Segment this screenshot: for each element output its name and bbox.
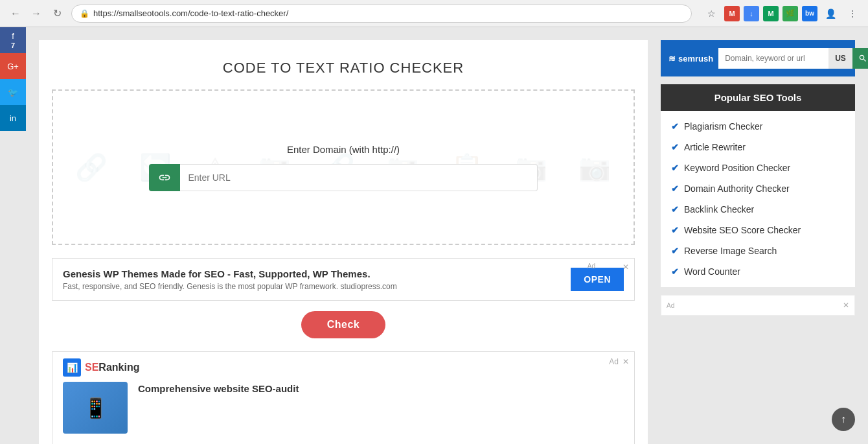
refresh-button[interactable]: ↻ <box>48 5 66 23</box>
se-ad-content: Comprehensive website SEO-audit <box>138 362 299 395</box>
seo-tool-item[interactable]: ✔Reverse Image Search <box>661 240 855 261</box>
se-ad-header: 📊 SERanking <box>63 358 139 377</box>
check-mark-icon: ✔ <box>671 246 679 256</box>
check-mark-icon: ✔ <box>671 204 679 215</box>
tool-name: Word Counter <box>684 266 740 277</box>
toolbar-icons: ☆ M ↓ M 🌿 bw 👤 ⋮ <box>702 5 862 23</box>
bg-icon-1: 🔗 <box>75 152 108 183</box>
seo-tool-item[interactable]: ✔Word Counter <box>661 261 855 282</box>
semrush-search-icon <box>858 54 867 63</box>
check-mark-icon: ✔ <box>671 183 679 194</box>
browser-chrome: ← → ↻ 🔒 https://smallseotools.com/code-t… <box>0 0 868 27</box>
tool-name: Article Rewriter <box>684 142 746 152</box>
ext-m2-icon[interactable]: M <box>763 6 779 21</box>
bookmark-icon[interactable]: ☆ <box>702 5 720 23</box>
ext-bw-icon[interactable]: bw <box>802 6 817 21</box>
se-ranking-ad: 📊 SERanking Ad ✕ 📱 Comprehensive website… <box>52 351 635 444</box>
semrush-logo-text: semrush <box>678 54 713 64</box>
tool-name: Plagiarism Checker <box>684 121 762 132</box>
google-share-button[interactable]: G+ <box>0 53 26 79</box>
se-text: SE <box>85 362 98 373</box>
se-ad-close-button[interactable]: Ad <box>609 357 619 366</box>
tool-name: Website SEO Score Checker <box>684 225 801 235</box>
ext-m-icon[interactable]: M <box>724 6 740 21</box>
page-title: CODE TO TEXT RATIO CHECKER <box>52 60 635 76</box>
semrush-logo-icon: ≋ <box>668 54 676 64</box>
address-bar[interactable]: 🔒 https://smallseotools.com/code-to-text… <box>71 5 692 23</box>
social-sidebar: f 7 G+ 🐦 in <box>0 27 26 131</box>
check-mark-icon: ✔ <box>671 225 679 235</box>
tool-name: Backlink Checker <box>684 204 754 215</box>
seo-tool-item[interactable]: ✔Backlink Checker <box>661 199 855 220</box>
url-text: https://smallseotools.com/code-to-text-r… <box>93 8 288 18</box>
ext-download-icon[interactable]: ↓ <box>744 6 759 21</box>
sidebar-ad: Ad ✕ <box>661 295 855 316</box>
facebook-share-button[interactable]: f 7 <box>0 27 26 53</box>
check-mark-icon: ✔ <box>671 121 679 132</box>
se-logo-text: SERanking <box>85 362 139 373</box>
twitter-share-button[interactable]: 🐦 <box>0 79 26 105</box>
link-icon <box>158 171 171 184</box>
ad-close-button[interactable]: ✕ <box>622 263 629 272</box>
menu-icon[interactable]: ⋮ <box>843 5 862 23</box>
google-icon: G+ <box>7 62 19 71</box>
se-logo-icon: 📊 <box>63 358 81 377</box>
twitter-icon: 🐦 <box>8 88 18 97</box>
semrush-logo: ≋ semrush <box>668 54 713 64</box>
nav-buttons: ← → ↻ <box>6 5 66 23</box>
linkedin-share-button[interactable]: in <box>0 105 26 131</box>
ad-open-button[interactable]: OPEN <box>571 268 624 291</box>
semrush-widget: ≋ semrush US <box>661 40 855 76</box>
seo-tool-item[interactable]: ✔Website SEO Score Checker <box>661 220 855 240</box>
forward-button[interactable]: → <box>27 5 45 23</box>
content-area: CODE TO TEXT RATIO CHECKER 🔗 🔄 ⚠ 📷 🔗 📷 📋… <box>26 27 868 444</box>
sidebar-ad-label: Ad <box>667 302 674 309</box>
seo-tool-item[interactable]: ✔Plagiarism Checker <box>661 116 855 137</box>
url-icon-button[interactable] <box>149 164 180 191</box>
seo-tool-item[interactable]: ✔Keyword Position Checker <box>661 158 855 178</box>
user-icon[interactable]: 👤 <box>821 5 839 23</box>
ext-leaf-icon[interactable]: 🌿 <box>782 6 798 21</box>
facebook-count: 7 <box>11 41 15 49</box>
page-layout: f 7 G+ 🐦 in CODE TO TEXT RATIO CHECKER 🔗… <box>0 27 868 444</box>
url-input[interactable] <box>180 164 537 191</box>
semrush-search-input[interactable] <box>718 48 828 69</box>
tool-name: Reverse Image Search <box>684 246 777 256</box>
facebook-icon: f <box>12 31 14 41</box>
check-mark-icon: ✔ <box>671 266 679 277</box>
seo-tools-panel: Popular SEO Tools ✔Plagiarism Checker✔Ar… <box>661 84 855 287</box>
seo-tools-header: Popular SEO Tools <box>661 84 855 111</box>
tool-name: Keyword Position Checker <box>684 163 790 173</box>
ad-banner-1: Ad ✕ Genesis WP Themes Made for SEO - Fa… <box>52 258 635 301</box>
semrush-region-button[interactable]: US <box>828 48 852 69</box>
check-mark-icon: ✔ <box>671 142 679 152</box>
seo-tools-list: ✔Plagiarism Checker✔Article Rewriter✔Key… <box>661 111 855 287</box>
seo-tool-item[interactable]: ✔Domain Authority Checker <box>661 178 855 199</box>
url-input-box: 🔗 🔄 ⚠ 📷 🔗 📷 📋 📷 📷 Enter Domain (with htt… <box>52 89 635 245</box>
semrush-search-button[interactable] <box>852 48 868 69</box>
url-input-row <box>149 164 537 191</box>
linkedin-icon: in <box>10 113 16 123</box>
ad-label: Ad <box>588 263 595 270</box>
ad-description: Fast, responsive, and SEO friendly. Gene… <box>63 282 397 291</box>
back-button[interactable]: ← <box>6 5 25 23</box>
check-mark-icon: ✔ <box>671 163 679 173</box>
bg-icon-9: 📷 <box>578 152 611 183</box>
ad-title: Genesis WP Themes Made for SEO - Fast, S… <box>63 268 397 279</box>
tool-name: Domain Authority Checker <box>684 183 790 194</box>
semrush-input-row: US <box>718 48 868 69</box>
se-ad-image: 📱 <box>63 382 128 434</box>
seo-tool-item[interactable]: ✔Article Rewriter <box>661 137 855 158</box>
check-button-wrapper: Check <box>52 311 635 338</box>
ad-text: Genesis WP Themes Made for SEO - Fast, S… <box>63 268 397 291</box>
scroll-to-top-button[interactable]: ↑ <box>832 408 855 431</box>
se-ad-title: Comprehensive website SEO-audit <box>138 382 299 395</box>
main-panel: CODE TO TEXT RATIO CHECKER 🔗 🔄 ⚠ 📷 🔗 📷 📋… <box>39 40 648 444</box>
input-label: Enter Domain (with http://) <box>287 144 400 155</box>
right-sidebar: ≋ semrush US Popular SEO Tools ✔ <box>661 40 855 444</box>
check-button[interactable]: Check <box>301 311 386 338</box>
se-ad-x-button[interactable]: ✕ <box>622 357 629 366</box>
sidebar-ad-close[interactable]: ✕ <box>843 301 849 310</box>
lock-icon: 🔒 <box>80 9 89 18</box>
